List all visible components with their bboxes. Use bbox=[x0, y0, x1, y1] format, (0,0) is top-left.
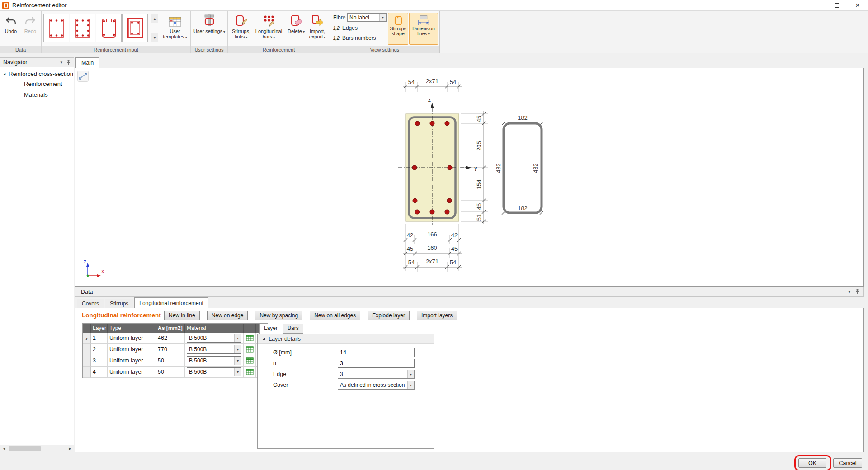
user-templates-icon bbox=[169, 13, 181, 27]
column-header-as: As [mm2] bbox=[156, 324, 185, 333]
table-row[interactable]: 4 Uniform layer 50 B 500B▾ bbox=[83, 367, 268, 378]
import-layers-button[interactable]: Import layers bbox=[417, 311, 457, 320]
template-button-2[interactable] bbox=[70, 14, 95, 42]
delete-button[interactable]: Delete▾ bbox=[287, 12, 306, 35]
title-bar: Reinforcement editor × bbox=[0, 0, 868, 11]
table-row[interactable]: › 1 Uniform layer 462 B 500B▾ bbox=[83, 333, 268, 344]
maximize-button[interactable] bbox=[826, 0, 847, 10]
edit-layer-button[interactable] bbox=[244, 333, 256, 344]
tab-stirrups[interactable]: Stirrups bbox=[105, 299, 133, 308]
minimize-button[interactable] bbox=[806, 0, 826, 10]
ok-button[interactable]: OK bbox=[798, 458, 826, 468]
diameter-input[interactable] bbox=[338, 348, 415, 357]
cover-select[interactable]: As defined in cross-section ▾ bbox=[338, 381, 415, 390]
count-input[interactable] bbox=[338, 359, 415, 368]
redo-icon bbox=[24, 13, 37, 27]
ribbon-group-reinforcement-input: ▲ ▼ User templates▾ Reinforcement input bbox=[42, 11, 191, 53]
undo-icon bbox=[5, 13, 17, 27]
tab-main[interactable]: Main bbox=[75, 57, 99, 68]
table-row[interactable]: 3 Uniform layer 50 B 500B▾ bbox=[83, 355, 268, 367]
canvas[interactable]: z y 54 2x71 54 45 205 154 45 51 182 182 … bbox=[75, 68, 864, 287]
new-by-spacing-button[interactable]: New by spacing bbox=[255, 311, 302, 320]
explode-layer-button[interactable]: Explode layer bbox=[368, 311, 410, 320]
import-export-icon bbox=[311, 13, 324, 27]
dimension-lines-toggle[interactable]: Dimension lines▾ bbox=[409, 13, 438, 45]
pin-icon[interactable] bbox=[66, 60, 71, 66]
tab-bars[interactable]: Bars bbox=[283, 324, 303, 334]
new-in-line-button[interactable]: New in line bbox=[164, 311, 200, 320]
column-header-selector bbox=[83, 324, 91, 333]
import-export-button[interactable]: Import, export▾ bbox=[307, 12, 328, 40]
redo-button[interactable]: Redo bbox=[21, 12, 40, 34]
pin-icon[interactable] bbox=[855, 289, 860, 295]
new-on-all-edges-button[interactable]: New on all edges bbox=[310, 311, 360, 320]
tree-item-reinforced-cross-section[interactable]: ◢ Reinforced cross-section bbox=[0, 70, 74, 78]
navigator-dropdown-icon[interactable]: ▾ bbox=[60, 60, 62, 65]
tree-expander-icon[interactable]: ◢ bbox=[3, 70, 5, 78]
svg-text:54: 54 bbox=[408, 259, 415, 266]
longitudinal-bars-button[interactable]: Longitudinal bars▾ bbox=[253, 12, 285, 40]
ucs-z-label: z bbox=[84, 258, 86, 265]
svg-text:42: 42 bbox=[407, 232, 413, 239]
navigator-title: Navigator bbox=[3, 59, 28, 66]
edge-select[interactable]: 3 ▾ bbox=[338, 370, 415, 379]
template-button-3[interactable] bbox=[96, 14, 122, 42]
zoom-extents-button[interactable] bbox=[78, 71, 88, 81]
user-templates-button[interactable]: User templates▾ bbox=[160, 12, 190, 40]
tab-longitudinal-reinforcement[interactable]: Longitudinal reinforcement bbox=[134, 297, 208, 308]
user-settings-button[interactable]: User settings▾ bbox=[193, 12, 226, 35]
template-button-4[interactable] bbox=[122, 14, 148, 42]
scrollbar-thumb[interactable] bbox=[9, 446, 41, 451]
new-on-edge-button[interactable]: New on edge bbox=[207, 311, 248, 320]
group-caption-data: Data bbox=[0, 46, 41, 53]
edges-toggle[interactable]: 1,2 Edges bbox=[333, 25, 358, 31]
stirrups-shape-toggle[interactable]: Stirrups shape bbox=[388, 13, 408, 45]
row-selector[interactable] bbox=[83, 355, 91, 367]
group-caption-user-settings: User settings bbox=[191, 46, 227, 53]
window-title: Reinforcement editor bbox=[12, 2, 67, 9]
material-select[interactable]: B 500B▾ bbox=[187, 367, 241, 376]
tab-covers[interactable]: Covers bbox=[77, 299, 104, 308]
scroll-right-icon[interactable]: ▶ bbox=[66, 445, 74, 452]
fibre-label: Fibre bbox=[333, 14, 345, 21]
navigator-hscrollbar[interactable]: ◀ ▶ bbox=[0, 445, 74, 452]
templates-scroll-up-button[interactable]: ▲ bbox=[151, 14, 158, 23]
material-select[interactable]: B 500B▾ bbox=[187, 356, 241, 365]
svg-text:154: 154 bbox=[476, 179, 482, 189]
svg-text:432: 432 bbox=[495, 163, 502, 173]
edit-layer-icon bbox=[246, 368, 254, 376]
material-select[interactable]: B 500B▾ bbox=[187, 334, 241, 343]
edit-layer-button[interactable] bbox=[244, 367, 256, 378]
fibre-select[interactable]: No label ▾ bbox=[347, 13, 387, 22]
row-selector[interactable]: › bbox=[83, 333, 91, 344]
tree-item-materials[interactable]: Materials bbox=[0, 90, 74, 99]
bars-numbers-toggle[interactable]: 1,2 Bars numbers bbox=[333, 35, 376, 41]
row-selector[interactable] bbox=[83, 344, 91, 355]
scroll-left-icon[interactable]: ◀ bbox=[0, 445, 8, 452]
ribbon-group-view-settings: Fibre No label ▾ 1,2 Edges 1,2 Bars numb… bbox=[330, 11, 440, 53]
cancel-button[interactable]: Cancel bbox=[833, 458, 862, 468]
material-select[interactable]: B 500B▾ bbox=[187, 345, 241, 354]
edit-layer-button[interactable] bbox=[244, 344, 256, 355]
tab-layer[interactable]: Layer bbox=[259, 324, 282, 334]
row-selector[interactable] bbox=[83, 367, 91, 378]
svg-text:45: 45 bbox=[476, 116, 482, 122]
undo-button[interactable]: Undo bbox=[1, 12, 20, 34]
template-3-icon bbox=[99, 16, 119, 40]
template-button-1[interactable] bbox=[43, 14, 69, 42]
dropdown-arrow-icon: ▾ bbox=[273, 35, 275, 39]
edit-layer-button[interactable] bbox=[244, 355, 256, 367]
group-caption-reinforcement: Reinforcement bbox=[228, 46, 330, 53]
table-row[interactable]: 2 Uniform layer 770 B 500B▾ bbox=[83, 344, 268, 355]
diameter-label: Ø [mm] bbox=[273, 349, 292, 356]
templates-scroll-down-button[interactable]: ▼ bbox=[151, 33, 158, 42]
data-panel-dropdown-icon[interactable]: ▾ bbox=[848, 290, 850, 294]
z-axis-label: z bbox=[428, 96, 431, 103]
combo-arrow-icon: ▾ bbox=[234, 334, 241, 342]
stirrups-links-button[interactable]: Stirrups, links▾ bbox=[231, 12, 252, 40]
tree-item-reinforcement[interactable]: Reinforcement bbox=[0, 80, 74, 88]
combo-arrow-icon: ▾ bbox=[407, 381, 414, 389]
dropdown-arrow-icon: ▾ bbox=[303, 30, 305, 34]
layer-details-group-header[interactable]: ◢ Layer details bbox=[258, 334, 434, 344]
close-button[interactable]: × bbox=[847, 0, 868, 10]
